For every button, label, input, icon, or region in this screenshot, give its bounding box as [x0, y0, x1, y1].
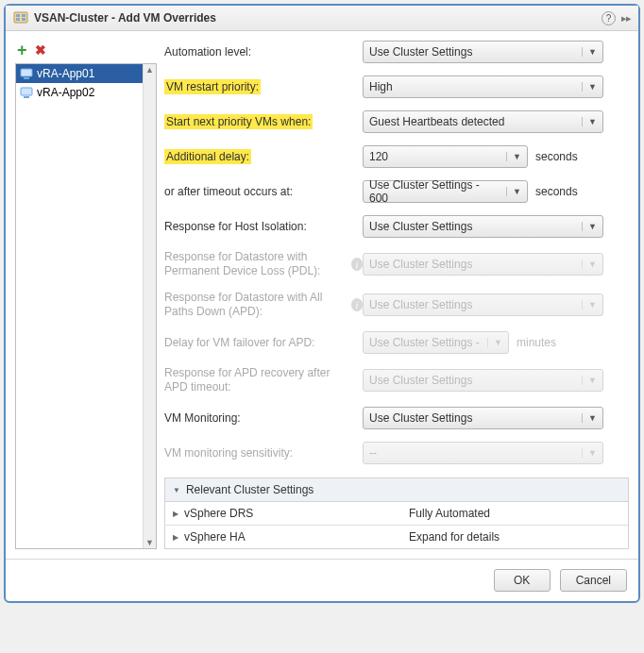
- select-vm-sensitivity: -- ▼: [363, 442, 603, 464]
- select-after-timeout[interactable]: Use Cluster Settings - 600 ▼: [363, 180, 528, 203]
- select-automation-level[interactable]: Use Cluster Settings ▼: [363, 41, 603, 63]
- select-value: Use Cluster Settings: [369, 45, 472, 59]
- unit-label: seconds: [535, 185, 578, 198]
- chevron-down-icon: ▼: [582, 82, 597, 92]
- select-apd-delay: Use Cluster Settings - ▼: [363, 331, 509, 354]
- content-area: + ✖ vRA-App01 vRA-App02: [6, 31, 638, 559]
- section-title: Relevant Cluster Settings: [186, 483, 314, 496]
- select-pdl: Use Cluster Settings ▼: [363, 253, 603, 276]
- row-additional-delay: Additional delay: 120 ▼ seconds: [164, 145, 629, 168]
- left-panel: + ✖ vRA-App01 vRA-App02: [15, 41, 157, 549]
- svg-rect-7: [21, 88, 32, 95]
- titlebar-controls: ? ▸▸: [602, 11, 631, 25]
- label-host-isolation: Response for Host Isolation:: [164, 220, 363, 233]
- vm-list-item[interactable]: vRA-App02: [16, 83, 156, 102]
- label-additional-delay: Additional delay:: [164, 149, 251, 164]
- info-icon[interactable]: i: [351, 258, 363, 271]
- chevron-down-icon: ▼: [582, 413, 597, 423]
- select-value: Use Cluster Settings: [369, 411, 472, 425]
- vm-name: vRA-App01: [37, 67, 94, 80]
- info-icon[interactable]: i: [351, 298, 363, 311]
- dialog-footer: OK Cancel: [6, 559, 638, 601]
- chevron-down-icon: ▼: [506, 152, 521, 161]
- row-start-next: Start next priority VMs when: Guest Hear…: [164, 110, 629, 133]
- chevron-down-icon: ▼: [582, 47, 597, 57]
- chevron-down-icon: ▼: [506, 187, 521, 196]
- caret-right-icon: ▶: [173, 510, 178, 518]
- chevron-down-icon: ▼: [582, 376, 597, 385]
- select-value: Use Cluster Settings: [369, 258, 472, 271]
- select-value: Use Cluster Settings: [369, 220, 472, 233]
- row-apd: Response for Datastore with All Paths Do…: [164, 291, 629, 319]
- input-additional-delay[interactable]: 120 ▼: [363, 145, 528, 168]
- caret-down-icon: ▼: [173, 486, 180, 494]
- scroll-up-icon[interactable]: ▲: [144, 64, 155, 75]
- vm-list-item[interactable]: vRA-App01: [16, 64, 156, 83]
- caret-right-icon: ▶: [173, 533, 178, 542]
- vm-icon: [20, 67, 33, 80]
- scroll-down-icon[interactable]: ▼: [144, 537, 155, 548]
- select-vm-monitoring[interactable]: Use Cluster Settings ▼: [363, 407, 603, 429]
- label-pdl: Response for Datastore with Permanent De…: [164, 250, 342, 278]
- pin-icon[interactable]: ▸▸: [621, 12, 631, 25]
- cancel-button[interactable]: Cancel: [560, 569, 627, 592]
- select-value: 120: [369, 150, 388, 163]
- vm-toolbar: + ✖: [15, 41, 157, 63]
- row-automation-level: Automation level: Use Cluster Settings ▼: [164, 41, 629, 63]
- chevron-down-icon: ▼: [582, 222, 597, 231]
- select-value: Use Cluster Settings: [369, 374, 472, 387]
- svg-rect-8: [24, 96, 29, 98]
- svg-rect-1: [16, 14, 20, 17]
- row-label: vSphere HA: [184, 530, 246, 544]
- ok-button[interactable]: OK: [494, 569, 551, 592]
- chevron-down-icon: ▼: [487, 338, 502, 347]
- select-value: Use Cluster Settings - 600: [369, 178, 500, 205]
- label-apd-delay: Delay for VM failover for APD:: [164, 336, 363, 349]
- row-value: Expand for details: [409, 530, 500, 544]
- chevron-down-icon: ▼: [582, 260, 597, 269]
- row-value: Fully Automated: [409, 507, 490, 520]
- select-start-next[interactable]: Guest Heartbeats detected ▼: [363, 110, 603, 133]
- chevron-down-icon: ▼: [582, 448, 597, 458]
- select-host-isolation[interactable]: Use Cluster Settings ▼: [363, 215, 603, 238]
- row-host-isolation: Response for Host Isolation: Use Cluster…: [164, 215, 629, 238]
- titlebar: VSAN-Cluster - Add VM Overrides ? ▸▸: [6, 6, 638, 31]
- add-vm-icon[interactable]: +: [17, 43, 27, 57]
- label-automation-level: Automation level:: [164, 45, 363, 59]
- label-apd-recovery: Response for APD recovery after APD time…: [164, 366, 363, 394]
- label-restart-priority: VM restart priority:: [164, 79, 261, 94]
- cluster-settings-header[interactable]: ▼ Relevant Cluster Settings: [165, 478, 628, 502]
- row-apd-recovery: Response for APD recovery after APD time…: [164, 366, 629, 394]
- label-start-next: Start next priority VMs when:: [164, 114, 313, 129]
- svg-rect-3: [16, 18, 20, 21]
- chevron-down-icon: ▼: [582, 300, 597, 310]
- label-vm-sensitivity: VM monitoring sensitivity:: [164, 446, 363, 460]
- select-apd: Use Cluster Settings ▼: [363, 293, 603, 316]
- unit-label: seconds: [535, 150, 578, 163]
- select-value: High: [369, 80, 393, 93]
- select-value: Use Cluster Settings: [369, 298, 472, 311]
- select-restart-priority[interactable]: High ▼: [363, 75, 603, 98]
- vm-list-scrollbar[interactable]: ▲ ▼: [143, 64, 156, 548]
- chevron-down-icon: ▼: [582, 117, 597, 126]
- help-icon[interactable]: ?: [602, 11, 616, 25]
- cluster-settings-section: ▼ Relevant Cluster Settings ▶ vSphere DR…: [164, 477, 629, 549]
- svg-rect-0: [14, 12, 27, 23]
- select-value: Guest Heartbeats detected: [369, 115, 504, 128]
- row-pdl: Response for Datastore with Permanent De…: [164, 250, 629, 278]
- row-vm-sensitivity: VM monitoring sensitivity: -- ▼: [164, 442, 629, 464]
- row-apd-delay: Delay for VM failover for APD: Use Clust…: [164, 331, 629, 354]
- vm-list: vRA-App01 vRA-App02 ▲ ▼: [15, 63, 157, 549]
- row-after-timeout: or after timeout occurs at: Use Cluster …: [164, 180, 629, 203]
- row-vm-monitoring: VM Monitoring: Use Cluster Settings ▼: [164, 407, 629, 429]
- remove-vm-icon[interactable]: ✖: [35, 42, 46, 58]
- window-title: VSAN-Cluster - Add VM Overrides: [34, 11, 602, 25]
- label-after-timeout: or after timeout occurs at:: [164, 185, 363, 198]
- row-restart-priority: VM restart priority: High ▼: [164, 75, 629, 98]
- settings-form: Automation level: Use Cluster Settings ▼…: [164, 41, 629, 549]
- svg-rect-6: [24, 77, 29, 79]
- cluster-row-ha[interactable]: ▶ vSphere HA Expand for details: [165, 526, 628, 548]
- cluster-row-drs[interactable]: ▶ vSphere DRS Fully Automated: [165, 502, 628, 526]
- svg-rect-4: [22, 18, 25, 21]
- label-vm-monitoring: VM Monitoring:: [164, 411, 363, 425]
